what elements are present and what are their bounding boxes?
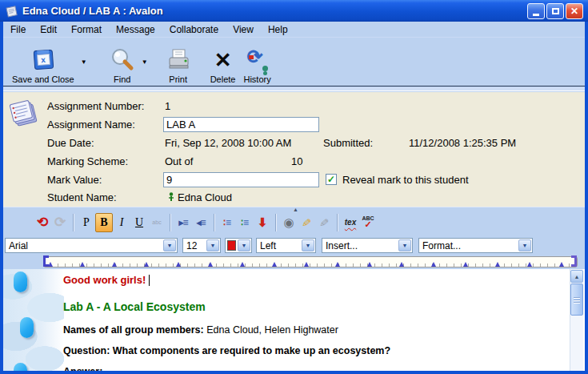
save-dropdown-arrow[interactable]: ▼ [78, 47, 90, 76]
text-caret [149, 275, 150, 286]
eyedropper-gray-icon: ✎ [318, 217, 331, 227]
undo-button[interactable]: ⟲ [34, 213, 51, 232]
redo-button[interactable]: ⟳ [51, 213, 69, 232]
delete-icon: ✕ [214, 46, 232, 74]
bold-button[interactable]: B [95, 213, 113, 232]
italic-button[interactable]: I [113, 213, 130, 232]
history-label: History [243, 74, 270, 84]
divider [275, 214, 276, 231]
paragraph-style-button[interactable]: ∶≡ [218, 213, 236, 232]
menu-format[interactable]: Format [64, 22, 109, 37]
save-and-close-button[interactable]: x Save and Close [8, 42, 78, 84]
list-style-icon: ∶≡ [241, 217, 249, 228]
members-names: Edna Cloud, Helen Highwater [204, 324, 338, 336]
font-family-select[interactable]: Arial▼ [5, 238, 178, 253]
plain-style-button[interactable]: P [78, 213, 95, 232]
out-of-value: 10 [291, 155, 302, 167]
panel-resize-notch[interactable]: ▲ [293, 207, 298, 212]
student-icon [168, 192, 174, 203]
divider [214, 214, 214, 231]
find-button[interactable]: Find [106, 42, 139, 84]
menu-collaborate[interactable]: Collaborate [162, 22, 226, 37]
toolbar-separator [3, 87, 585, 91]
vertical-scrollbar[interactable]: ▲ [570, 269, 583, 371]
signature-button[interactable]: tex [342, 213, 359, 232]
menu-help[interactable]: Help [261, 22, 295, 37]
assignment-number-label: Assignment Number: [47, 100, 144, 112]
alignment-select[interactable]: Left▼ [256, 238, 316, 253]
lab-heading: Lab A - A Local Ecosystem [63, 300, 206, 313]
chevron-down-icon: ▼ [163, 239, 176, 251]
print-label: Print [169, 74, 187, 84]
assignment-name-label: Assignment Name: [47, 119, 135, 131]
spell-check-button[interactable]: ABC✓ [359, 213, 377, 232]
application-window: Edna Cloud / LAB A : Avalon ✕ File Edit … [0, 0, 588, 374]
target-icon: ◉ [283, 215, 294, 230]
divider [170, 214, 170, 231]
paragraph-style-icon: ∶≡ [223, 217, 231, 228]
left-margin-marker[interactable] [43, 255, 49, 267]
save-and-close-label: Save and Close [12, 74, 74, 84]
document-body[interactable]: Good work girls! Lab A - A Local Ecosyst… [3, 269, 585, 371]
marking-scheme-value: Out of [165, 155, 193, 167]
due-date-value: Fri, Sep 12, 2008 10:00 AM [165, 137, 291, 149]
stationery-background [3, 269, 64, 371]
font-size-select[interactable]: 12▼ [182, 238, 221, 253]
delete-button[interactable]: ✕ Delete [206, 42, 240, 84]
message-document-icon [5, 5, 18, 18]
members-label: Names of all group members: [63, 324, 204, 336]
question-text: Question: What components are required t… [63, 345, 390, 356]
signature-icon: tex [345, 218, 356, 227]
underline-button[interactable]: U [130, 213, 148, 232]
assignment-name-input[interactable] [163, 117, 319, 132]
answer-label: Answer: [63, 366, 102, 371]
tab-stops [48, 262, 564, 267]
maximize-button[interactable] [546, 3, 564, 19]
reveal-mark-checkbox[interactable]: ✓ [326, 174, 337, 185]
history-icon: ⟳ [246, 46, 270, 74]
insert-below-button[interactable]: ⬇ [254, 213, 271, 232]
submitted-label: Submitted: [323, 137, 373, 149]
assignment-form: Assignment Number: 1 Assignment Name: Du… [3, 92, 585, 207]
menu-file[interactable]: File [3, 22, 33, 37]
undo-icon: ⟲ [37, 214, 48, 231]
assignment-icon [9, 97, 39, 129]
marking-scheme-label: Marking Scheme: [47, 155, 128, 167]
menu-view[interactable]: View [226, 22, 261, 37]
history-button[interactable]: ⟳ History [239, 42, 274, 84]
text-color-select[interactable]: ▼ [225, 238, 252, 253]
target-button[interactable]: ◉ [280, 213, 298, 232]
divider [337, 214, 338, 231]
spell-check-icon: ABC✓ [362, 216, 374, 227]
format-select[interactable]: Format...▼ [418, 238, 533, 253]
right-margin-marker[interactable] [571, 255, 577, 267]
chevron-down-icon: ▼ [518, 239, 531, 251]
list-style-button[interactable]: ∶≡ [236, 213, 254, 232]
find-dropdown-arrow[interactable]: ▼ [139, 47, 150, 76]
down-arrow-icon: ⬇ [258, 215, 268, 230]
minimize-button[interactable] [527, 3, 545, 19]
delete-label: Delete [210, 74, 236, 84]
mark-value-input[interactable] [163, 172, 319, 187]
chevron-down-icon: ▼ [238, 239, 250, 251]
close-button[interactable]: ✕ [566, 3, 583, 19]
capsule-decoration [14, 271, 27, 292]
print-button[interactable]: Print [162, 42, 195, 84]
insert-select[interactable]: Insert...▼ [322, 238, 413, 253]
redo-icon: ⟳ [54, 214, 66, 231]
pick-color-button[interactable]: ✎ [298, 213, 315, 232]
increase-indent-icon: ▸≡ [178, 217, 187, 228]
scrollbar-thumb[interactable] [570, 284, 583, 316]
menu-edit[interactable]: Edit [33, 22, 64, 37]
student-name-value: Edna Cloud [178, 191, 232, 203]
formatting-toolbar: ▲ ⟲ ⟳ P B I U abc ▸≡ ◂≡ ∶≡ ∶≡ ⬇ ◉ ✎ ✎ te… [3, 207, 585, 237]
menu-message[interactable]: Message [109, 22, 162, 37]
increase-indent-button[interactable]: ▸≡ [174, 213, 192, 232]
reveal-mark-label: Reveal mark to this student [342, 174, 469, 186]
decrease-indent-button[interactable]: ◂≡ [192, 213, 210, 232]
pick-color-disabled-button[interactable]: ✎ [315, 213, 333, 232]
fixed-font-button[interactable]: abc [148, 213, 166, 232]
teacher-comment: Good work girls! [63, 274, 146, 286]
find-icon [110, 46, 135, 74]
scroll-up-button[interactable]: ▲ [570, 270, 583, 283]
